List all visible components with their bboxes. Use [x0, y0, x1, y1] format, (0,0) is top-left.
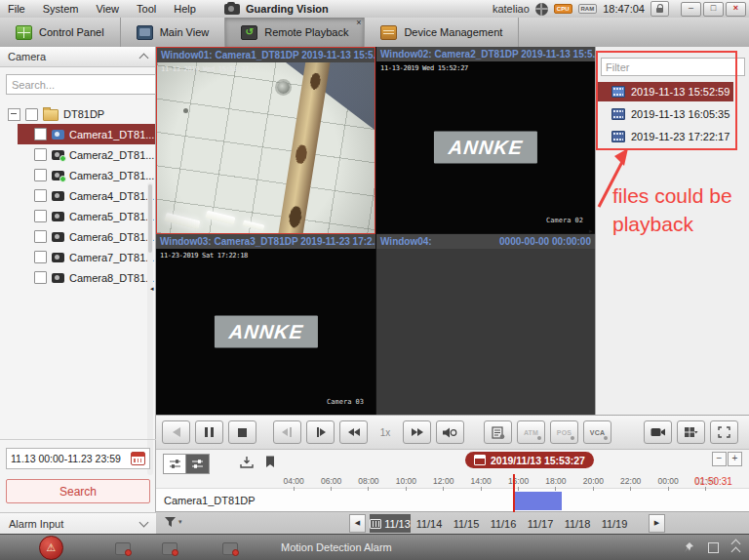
menu-item[interactable]: Tool — [137, 3, 156, 15]
slow-down-button[interactable] — [339, 420, 368, 444]
next-frame-button[interactable] — [306, 420, 335, 444]
vca-search-button[interactable]: VCA — [583, 420, 611, 444]
lock-button[interactable] — [650, 1, 669, 17]
reverse-play-button[interactable] — [162, 420, 190, 444]
date-tab[interactable]: 11/14 — [411, 514, 448, 533]
minimize-button[interactable]: – — [681, 2, 701, 17]
chevron-down-icon[interactable] — [139, 517, 149, 527]
next-dates-button[interactable]: ▶ — [649, 514, 665, 533]
previous-frame-button[interactable] — [273, 420, 301, 444]
timeline-zoom-out-button[interactable]: − — [712, 452, 727, 466]
speed-up-button[interactable] — [403, 420, 431, 444]
volume-button[interactable] — [436, 420, 464, 444]
date-tab[interactable]: 11/15 — [448, 514, 485, 533]
fullscreen-button[interactable] — [710, 420, 738, 444]
camera-checkbox[interactable] — [34, 189, 47, 202]
atm-search-button[interactable]: ATM — [517, 420, 545, 444]
collapse-statusbar-icon[interactable] — [732, 540, 739, 555]
date-range-input[interactable] — [11, 453, 128, 464]
camera-tree-item[interactable]: Camera2_DT81... — [18, 144, 155, 165]
playback-file-item[interactable]: 2019-11-13 16:05:35 — [597, 104, 733, 124]
camera-tree-item[interactable]: Camera5_DT81... — [18, 206, 155, 226]
camera-checkbox[interactable] — [34, 128, 47, 140]
previous-dates-button[interactable]: ◀ — [349, 514, 366, 533]
restore-panel-icon[interactable] — [708, 542, 719, 553]
playback-window-1[interactable]: Window01: Camera1_DT81DP 2019-11-13 15:5… — [156, 47, 375, 234]
date-tab[interactable]: 11/16 — [485, 514, 522, 533]
playback-file-item[interactable]: 2019-11-23 17:22:17 — [597, 127, 733, 146]
record-button[interactable] — [644, 420, 672, 444]
search-button[interactable]: Search — [6, 479, 150, 503]
camera-tree-item[interactable]: Camera1_DT81... — [18, 124, 155, 144]
maximize-button[interactable]: □ — [703, 2, 724, 17]
tab[interactable]: Device Management — [365, 18, 519, 47]
menu-item[interactable]: View — [96, 3, 119, 15]
bookmark-button[interactable] — [265, 456, 275, 468]
cpu-usage-icon[interactable]: CPU — [554, 4, 572, 14]
playback-window-4[interactable]: Window04: 0000-00-00 00:00:00 — [375, 234, 595, 415]
calendar-icon[interactable] — [131, 452, 145, 465]
device-checkbox[interactable] — [25, 108, 38, 121]
playback-file-item[interactable]: 2019-11-13 15:52:59 — [597, 82, 733, 101]
video-content-camera3[interactable]: 11-23-2019 Sat 17:22:18 ANNKE Camera 03 — [156, 249, 375, 415]
pause-button[interactable] — [195, 420, 223, 444]
camera-checkbox[interactable] — [34, 169, 47, 181]
camera-checkbox[interactable] — [34, 251, 47, 263]
network-globe-icon[interactable] — [535, 3, 548, 16]
collapse-up-icon[interactable] — [139, 54, 149, 63]
date-tab[interactable]: 11/17 — [522, 514, 559, 533]
menu-item[interactable]: Help — [174, 3, 196, 15]
video-content-camera1[interactable]: 11-13-2019 Wed 15:53:27 — [157, 62, 374, 233]
video-content-camera2[interactable]: 11-13-2019 Wed 15:52:27 ANNKE Camera 02 — [376, 61, 595, 233]
event-list-button[interactable] — [484, 420, 512, 444]
alarm-snapshot-icon[interactable] — [162, 542, 177, 555]
pin-icon[interactable] — [683, 541, 694, 554]
camera-checkbox[interactable] — [34, 148, 47, 161]
camera-panel-header[interactable]: Camera — [0, 47, 155, 67]
timeline-mode-button-1[interactable] — [163, 454, 187, 474]
menu-item[interactable]: System — [43, 3, 79, 15]
menu-item[interactable]: File — [8, 3, 25, 15]
alarm-input-panel-header[interactable]: Alarm Input — [0, 512, 156, 534]
camera-tree-item[interactable]: Camera7_DT81... — [18, 247, 155, 267]
timeline-zoom-in-button[interactable]: + — [728, 452, 742, 466]
sidebar-scrollbar[interactable] — [147, 182, 153, 475]
device-tree-root[interactable]: DT81DP — [0, 104, 155, 124]
tab[interactable]: Control Panel — [0, 18, 121, 47]
date-tab[interactable]: 11/18 — [559, 514, 596, 533]
camera-search-input[interactable] — [6, 74, 156, 95]
timeline-track[interactable]: Camera1_DT81DP — [156, 488, 749, 513]
camera-checkbox[interactable] — [34, 230, 47, 243]
camera-tree-item[interactable]: Camera6_DT81... — [18, 226, 155, 247]
date-tab[interactable]: 11/19 — [596, 514, 633, 533]
stop-button[interactable] — [228, 420, 256, 444]
collapse-minus-icon[interactable] — [8, 108, 20, 121]
tab-close-icon[interactable]: × — [356, 19, 361, 27]
close-button[interactable]: × — [726, 2, 746, 17]
camera-checkbox[interactable] — [34, 210, 47, 222]
collapse-handle-left-icon[interactable]: ◂ — [150, 285, 154, 292]
filter-toggle[interactable]: ▾ — [164, 516, 182, 528]
ram-usage-icon[interactable]: RAM — [578, 4, 598, 14]
timeline-mode-button-2[interactable] — [185, 454, 210, 474]
camera-checkbox[interactable] — [34, 271, 47, 284]
playback-time-badge[interactable]: 2019/11/13 15:53:27 — [465, 452, 594, 468]
camera-tree-item[interactable]: Camera4_DT81... — [18, 185, 155, 206]
alarm-warning-icon[interactable]: ⚠ — [39, 536, 63, 560]
tab[interactable]: Remote Playback × — [225, 18, 365, 47]
pos-search-button[interactable]: POS — [550, 420, 578, 444]
video-content-empty[interactable] — [376, 249, 595, 415]
tab[interactable]: Main View — [121, 18, 226, 47]
camera-tree-item[interactable]: Camera8_DT81... — [18, 267, 155, 288]
camera-tree-item[interactable]: Camera3_DT81... — [18, 165, 155, 185]
timeline-playhead[interactable] — [513, 474, 515, 512]
filter-input[interactable] — [601, 58, 745, 76]
window-division-button[interactable] — [677, 420, 705, 444]
playback-window-2[interactable]: Window02: Camera2_DT81DP 2019-11-13 15:5… — [375, 47, 595, 234]
recording-segment[interactable] — [514, 492, 562, 510]
date-tab[interactable]: 11/13 — [370, 514, 411, 533]
scrollbar-thumb[interactable] — [148, 184, 152, 253]
collapse-handle-right-icon[interactable]: ▸ — [589, 227, 593, 234]
playback-window-3[interactable]: Window03: Camera3_DT81DP 2019-11-23 17:2… — [156, 234, 375, 415]
download-button[interactable] — [240, 456, 254, 468]
